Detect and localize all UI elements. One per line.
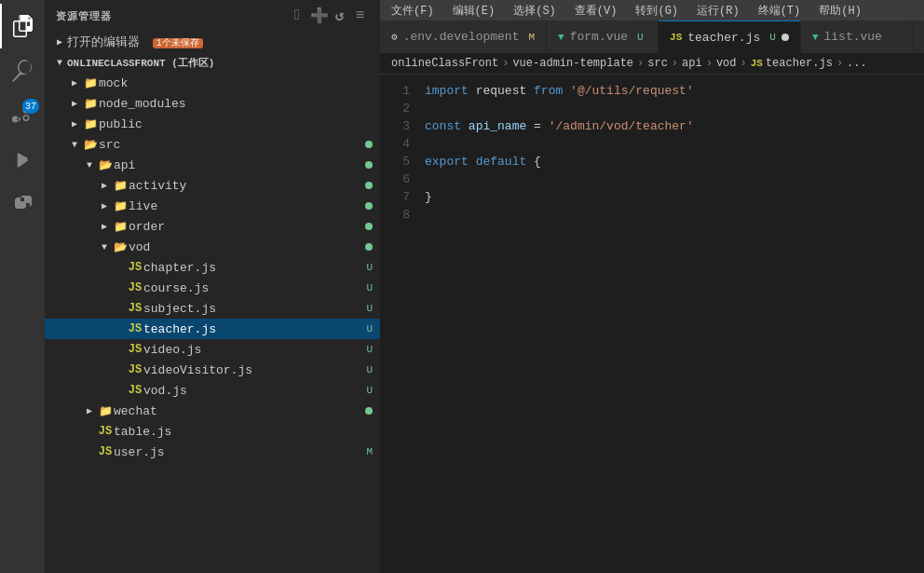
menu-help[interactable]: 帮助(H) [815, 3, 865, 19]
js-icon: JS [127, 302, 143, 315]
sidebar-header-actions: 󰆲 ➕ ↺ ≡ [291, 7, 369, 24]
folder-mock[interactable]: ▶ 📁 mock [45, 73, 380, 93]
folder-icon: 📁 [82, 76, 99, 90]
live-status-dot [365, 202, 373, 210]
folder-icon: 📁 [112, 199, 129, 213]
menu-goto[interactable]: 转到(G) [632, 3, 682, 19]
vue-file-icon2: ▼ [812, 32, 819, 43]
folder-icon: 📁 [112, 179, 129, 193]
tab-list-label: list.vue [824, 30, 882, 44]
workspace-label: ONLINECLASSFRONT (工作区) [67, 56, 380, 70]
bc-vue-admin[interactable]: vue-admin-template [512, 57, 633, 70]
activity-bar: 37 [0, 0, 45, 573]
explorer-icon[interactable] [0, 4, 45, 48]
menu-edit[interactable]: 编辑(E) [449, 3, 499, 19]
folder-activity-label: activity [129, 179, 365, 193]
bc-teacher-label: teacher.js [766, 57, 833, 70]
tab-form-status: U [637, 32, 644, 43]
source-control-icon[interactable]: 37 [0, 93, 45, 138]
new-folder-icon[interactable]: ➕ [311, 7, 328, 24]
tab-form-vue[interactable]: ▼ form.vue U [547, 20, 659, 53]
line-num-4: 4 [380, 135, 425, 153]
tab-teacher-js[interactable]: JS teacher.js U [659, 20, 801, 53]
line-content-5: export default { [425, 153, 924, 171]
unsaved-badge: 1个未保存 [153, 38, 203, 48]
folder-activity[interactable]: ▶ 📁 activity [45, 175, 380, 196]
js-file-icon: JS [670, 32, 682, 43]
file-subject-js[interactable]: JS subject.js U [45, 298, 380, 319]
folder-icon: 📁 [112, 220, 129, 234]
folder-vod[interactable]: ▼ 📂 vod [45, 237, 380, 257]
menu-select[interactable]: 选择(S) [510, 3, 560, 19]
tab-env-label: .env.development [403, 30, 520, 44]
folder-live[interactable]: ▶ 📁 live [45, 196, 380, 216]
folder-api[interactable]: ▼ 📂 api [45, 155, 380, 175]
menu-view[interactable]: 查看(V) [571, 3, 621, 19]
tab-list-vue[interactable]: ▼ list.vue [801, 20, 913, 53]
js-icon: JS [127, 281, 143, 294]
main-area: 文件(F) 编辑(E) 选择(S) 查看(V) 转到(G) 运行(R) 终端(T… [380, 0, 924, 573]
folder-icon: 📂 [97, 158, 114, 172]
folder-vod-label: vod [129, 240, 365, 254]
folder-icon: 📁 [82, 97, 99, 111]
line-num-6: 6 [380, 171, 425, 188]
tab-teacher-modified-dot [781, 34, 789, 41]
file-table-label: table.js [114, 425, 380, 439]
js-icon: JS [127, 261, 143, 274]
folder-src[interactable]: ▼ 📂 src [45, 134, 380, 155]
file-tree: ▶ 打开的编辑器 1个未保存 ▼ ONLINECLASSFRONT (工作区) … [45, 32, 380, 573]
code-area[interactable]: 1 import request from '@/utils/request' … [380, 75, 924, 573]
folder-api-label: api [114, 158, 365, 172]
js-icon: JS [97, 425, 114, 438]
file-teacher-js[interactable]: JS teacher.js U [45, 319, 380, 339]
top-bar: 文件(F) 编辑(E) 选择(S) 查看(V) 转到(G) 运行(R) 终端(T… [380, 0, 924, 20]
folder-public[interactable]: ▶ 📁 public [45, 114, 380, 134]
file-video-js[interactable]: JS video.js U [45, 339, 380, 360]
tab-env-development[interactable]: ⚙ .env.development M [380, 20, 547, 53]
refresh-icon[interactable]: ↺ [332, 7, 348, 24]
folder-order-label: order [129, 220, 365, 234]
bc-sep4: › [706, 57, 713, 70]
file-table-js[interactable]: JS table.js [45, 421, 380, 442]
collapse-icon[interactable]: ≡ [352, 7, 369, 24]
breadcrumb: onlineClassFront › vue-admin-template › … [380, 53, 924, 75]
bc-src[interactable]: src [647, 57, 668, 70]
extensions-icon[interactable] [0, 183, 45, 227]
file-videovisitor-label: videoVisitor.js [143, 363, 366, 377]
bc-onlineclassfront[interactable]: onlineClassFront [391, 57, 498, 70]
file-user-js[interactable]: JS user.js M [45, 442, 380, 462]
file-videovisitor-js[interactable]: JS videoVisitor.js U [45, 360, 380, 380]
open-editors-section[interactable]: ▶ 打开的编辑器 1个未保存 [45, 32, 380, 52]
js-icon: JS [127, 343, 143, 356]
file-chapter-js[interactable]: JS chapter.js U [45, 257, 380, 278]
search-icon[interactable] [0, 48, 45, 93]
file-video-label: video.js [143, 343, 366, 357]
bc-vod[interactable]: vod [716, 57, 737, 70]
folder-src-label: src [99, 138, 365, 152]
menu-run[interactable]: 运行(R) [693, 3, 743, 19]
teacher-status: U [366, 323, 373, 334]
new-file-icon[interactable]: 󰆲 [291, 7, 307, 24]
bc-api[interactable]: api [682, 57, 702, 70]
folder-public-label: public [99, 117, 380, 131]
file-course-js[interactable]: JS course.js U [45, 278, 380, 298]
file-vod-js[interactable]: JS vod.js U [45, 380, 380, 401]
folder-wechat[interactable]: ▶ 📁 wechat [45, 401, 380, 421]
js-icon: JS [127, 322, 143, 335]
folder-icon: 📂 [112, 240, 129, 254]
menu-terminal[interactable]: 终端(T) [754, 3, 805, 19]
user-status: M [366, 446, 373, 457]
sidebar: 资源管理器 󰆲 ➕ ↺ ≡ ▶ 打开的编辑器 1个未保存 ▼ ONLINECLA… [45, 0, 380, 573]
folder-icon: 📁 [82, 117, 99, 131]
file-user-label: user.js [114, 445, 366, 459]
folder-icon: 📁 [97, 404, 114, 418]
run-icon[interactable] [0, 138, 45, 183]
bc-teacher-js[interactable]: JS teacher.js [751, 57, 833, 70]
folder-order[interactable]: ▶ 📁 order [45, 216, 380, 237]
file-chapter-label: chapter.js [143, 261, 366, 275]
folder-node-modules[interactable]: ▶ 📁 node_modules [45, 93, 380, 114]
menu-file[interactable]: 文件(F) [387, 3, 438, 19]
line-num-7: 7 [380, 188, 425, 206]
line-num-1: 1 [380, 82, 425, 100]
workspace-root[interactable]: ▼ ONLINECLASSFRONT (工作区) [45, 52, 380, 73]
